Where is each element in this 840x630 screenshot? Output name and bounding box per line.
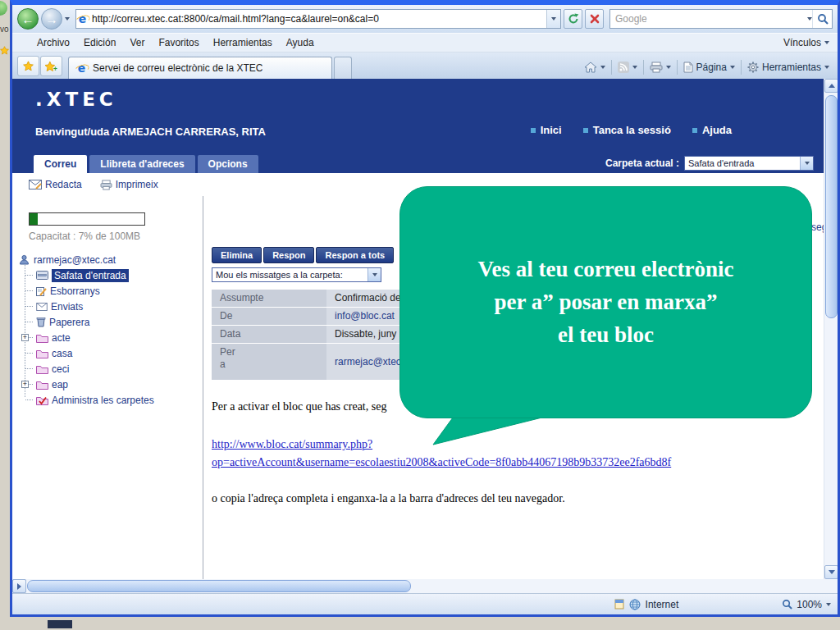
page-menu-button[interactable]: Página <box>683 62 735 73</box>
expand-plus-icon[interactable]: + <box>21 334 29 341</box>
folder-label: Esborranys <box>50 285 100 297</box>
menu-item-edicion[interactable]: Edición <box>84 37 116 48</box>
nav-link-ajuda[interactable]: Ajuda <box>692 124 732 136</box>
horizontal-scrollbar[interactable] <box>12 579 838 593</box>
folder-item-enviats[interactable]: Enviats <box>25 299 154 314</box>
account-item[interactable]: rarmejac@xtec.cat <box>19 252 154 267</box>
select-dropdown-button[interactable] <box>368 268 381 281</box>
print-button[interactable] <box>650 62 671 73</box>
webmail-nav: Inici Tanca la sessió Ajuda <box>531 124 732 136</box>
command-bar: Página Herramientas <box>584 60 833 79</box>
folder-label: ceci <box>52 363 69 375</box>
taskbar-item-sliver <box>48 620 72 628</box>
vertical-scrollbar[interactable] <box>824 79 838 579</box>
address-bar[interactable]: e http://correu.xtec.cat:8800/ca/mail.ht… <box>75 9 561 29</box>
folder-item-administra[interactable]: Administra les carpetes <box>25 392 154 408</box>
nav-link-inici[interactable]: Inici <box>531 124 562 136</box>
page-dropdown-icon[interactable] <box>730 66 735 69</box>
home-button[interactable] <box>584 62 605 73</box>
gear-icon <box>747 62 759 73</box>
folder-item-casa[interactable]: casa <box>25 345 154 361</box>
history-dropdown-icon[interactable] <box>65 17 70 21</box>
folder-item-ceci[interactable]: ceci <box>25 361 154 377</box>
search-box[interactable]: Google <box>609 9 833 29</box>
search-go-button[interactable] <box>812 10 832 28</box>
square-bullet-icon <box>531 128 536 133</box>
folder-item-safata-entrada[interactable]: Safata d'entrada <box>25 267 154 283</box>
tools-dropdown-icon[interactable] <box>824 66 829 69</box>
address-dropdown-button[interactable] <box>546 10 560 28</box>
folder-item-acte[interactable]: + acte <box>25 330 154 345</box>
zoom-dropdown-icon[interactable] <box>826 603 831 606</box>
zoom-level: 100% <box>797 599 822 610</box>
current-folder-select[interactable]: Safata d'entrada <box>684 156 814 171</box>
favorites-center-button[interactable] <box>17 56 39 76</box>
home-dropdown-icon[interactable] <box>600 66 605 69</box>
folder-label: Administra les carpetes <box>52 395 154 406</box>
folder-label: Safata d'entrada <box>52 269 129 282</box>
activation-link-line2[interactable]: op=activeAccount&username=escolaestiu200… <box>212 454 809 472</box>
separator <box>611 60 612 75</box>
speech-bubble: Ves al teu correu electrònic per a” posa… <box>399 186 812 418</box>
scroll-right-button[interactable] <box>12 579 26 593</box>
scroll-down-button[interactable] <box>824 565 838 579</box>
folder-label: Paperera <box>49 317 89 328</box>
protected-mode-icon <box>614 599 624 609</box>
tab-correu[interactable]: Correu <box>34 155 87 173</box>
current-folder-control: Carpeta actual : Safata d'entrada <box>605 156 814 171</box>
browser-tab-bar: + e Servei de correu electrònic de la XT… <box>12 52 838 79</box>
zoom-magnifier-icon <box>782 599 792 609</box>
folder-item-paperera[interactable]: Paperera <box>25 314 154 330</box>
forward-button[interactable]: → <box>41 8 62 30</box>
search-input[interactable]: Google <box>610 13 807 25</box>
links-toolbar-label[interactable]: Vínculos <box>783 37 821 48</box>
page-menu-label: Página <box>696 62 727 73</box>
folder-icon <box>36 364 48 374</box>
add-favorite-button[interactable]: + <box>40 56 62 76</box>
menu-item-archivo[interactable]: Archivo <box>37 37 70 48</box>
compose-button[interactable]: Redacta <box>29 179 82 190</box>
tools-menu-button[interactable]: Herramientas <box>747 62 829 73</box>
delete-button[interactable]: Elimina <box>212 247 262 263</box>
reply-all-button[interactable]: Respon a tots <box>316 247 394 263</box>
menu-item-ver[interactable]: Ver <box>130 37 144 48</box>
star-icon <box>0 46 9 57</box>
feeds-button[interactable] <box>618 62 637 73</box>
new-tab-stub[interactable] <box>334 57 352 79</box>
refresh-icon <box>568 13 579 25</box>
folder-item-esborranys[interactable]: Esborranys <box>25 283 154 299</box>
globe-icon <box>629 599 641 610</box>
arrow-down-icon <box>829 570 835 574</box>
inbox-icon <box>36 271 48 280</box>
printer-icon <box>650 62 663 73</box>
tab-opcions[interactable]: Opcions <box>198 155 258 173</box>
menu-item-ayuda[interactable]: Ayuda <box>286 37 314 48</box>
nav-link-tanca-la-sessio[interactable]: Tanca la sessió <box>583 124 671 136</box>
printer-icon <box>100 180 112 190</box>
feeds-dropdown-icon[interactable] <box>632 66 637 69</box>
expand-plus-icon[interactable]: + <box>21 381 29 388</box>
folder-item-eap[interactable]: + eap <box>25 377 154 392</box>
stop-button[interactable] <box>585 9 604 29</box>
tab-llibreta-adreces[interactable]: Llibreta d'adreces <box>89 155 194 173</box>
home-icon <box>584 62 597 73</box>
stop-icon <box>590 14 600 24</box>
bubble-text-line2: per a” posar en marxa” <box>495 285 718 318</box>
print-message-button[interactable]: Imprimeix <box>100 179 158 190</box>
horizontal-scroll-thumb[interactable] <box>27 580 411 592</box>
zoom-control[interactable]: 100% <box>782 599 831 610</box>
manage-folders-icon <box>36 395 48 405</box>
compose-label: Redacta <box>45 179 82 190</box>
print-dropdown-icon[interactable] <box>666 66 671 69</box>
move-message-select[interactable]: Mou els missatges a la carpeta: <box>212 267 381 282</box>
refresh-button[interactable] <box>564 9 582 29</box>
vertical-scroll-thumb[interactable] <box>825 95 838 318</box>
back-button[interactable]: ← <box>17 8 39 30</box>
menu-item-favoritos[interactable]: Favoritos <box>158 37 199 48</box>
address-url[interactable]: http://correu.xtec.cat:8800/ca/mail.html… <box>89 13 546 25</box>
reply-button[interactable]: Respon <box>263 247 314 263</box>
scroll-up-button[interactable] <box>824 79 838 93</box>
select-dropdown-button[interactable] <box>800 157 813 170</box>
menu-item-herramientas[interactable]: Herramientas <box>213 37 272 48</box>
browser-tab[interactable]: e Servei de correu electrònic de la XTEC <box>68 57 332 79</box>
